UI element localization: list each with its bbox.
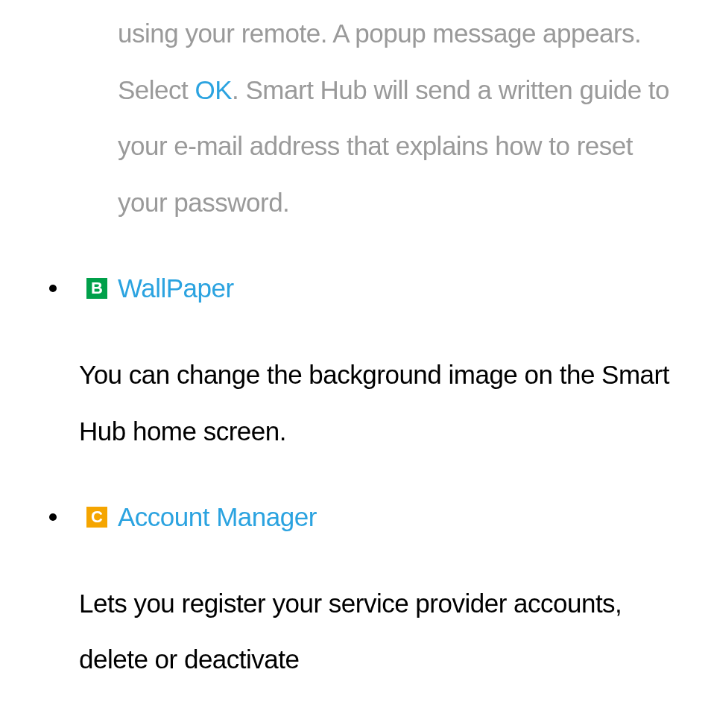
document-body: using your remote. A popup message appea… xyxy=(0,0,711,688)
bullet-dot-icon xyxy=(49,285,57,292)
account-manager-title: Account Manager xyxy=(118,489,317,545)
wallpaper-body: You can change the background image on t… xyxy=(79,346,674,459)
badge-c-icon: C xyxy=(86,507,107,528)
top-paragraph: using your remote. A popup message appea… xyxy=(118,5,674,230)
ok-highlight: OK xyxy=(195,75,233,104)
bullet-header-account-manager: C Account Manager xyxy=(79,489,674,545)
bullet-section-wallpaper: B WallPaper You can change the backgroun… xyxy=(79,260,674,459)
bullet-section-account-manager: C Account Manager Lets you register your… xyxy=(79,489,674,688)
account-manager-body: Lets you register your service provider … xyxy=(79,575,674,688)
badge-b-icon: B xyxy=(86,278,107,299)
bullet-dot-icon xyxy=(49,513,57,521)
wallpaper-title: WallPaper xyxy=(118,260,234,317)
bullet-header-wallpaper: B WallPaper xyxy=(79,260,674,317)
